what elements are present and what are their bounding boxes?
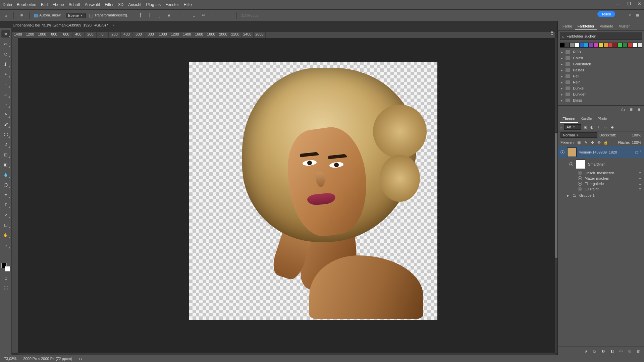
auto-select-check[interactable]: Autom. ausw.: (34, 13, 62, 17)
filter-mask-thumb[interactable] (576, 160, 585, 169)
close-window-button[interactable]: ✕ (638, 1, 641, 6)
tab-ebenen[interactable]: Ebenen (560, 115, 578, 123)
blur-tool[interactable]: 💧 (1, 171, 10, 178)
stamp-tool[interactable]: ⛶ (1, 131, 10, 138)
distribute-spacing-icon[interactable]: | (210, 12, 216, 18)
workspace-icon[interactable]: ▦ (636, 13, 639, 17)
swatch[interactable] (598, 43, 603, 48)
delete-swatch-icon[interactable]: 🗑 (637, 107, 641, 112)
brush-tool[interactable]: 🖌 (1, 121, 10, 128)
lasso-tool[interactable]: ʆ (1, 60, 10, 68)
swatch-group[interactable]: RGB (558, 49, 644, 55)
filter-blend-icon[interactable]: ≡ (639, 182, 641, 186)
filter-smart-icon[interactable]: ◆ (610, 125, 614, 129)
group-name[interactable]: Gruppe 1 (579, 193, 595, 197)
filter-matter[interactable]: Matter machen≡ (558, 176, 644, 181)
more-options-icon[interactable]: ⋯ (226, 12, 232, 18)
align-center-icon[interactable]: ⎢ (147, 12, 153, 18)
visibility-toggle[interactable] (560, 150, 565, 154)
share-button[interactable]: Teilen (597, 11, 615, 17)
menu-datei[interactable]: Datei (3, 2, 12, 7)
swatch[interactable] (608, 43, 613, 48)
menu-hilfe[interactable]: Hilfe (184, 2, 192, 7)
document-tab[interactable]: Unbenannt-1 bei 73,1% (woman-1439909_192… (0, 21, 644, 28)
scrollbar-vertical[interactable] (555, 38, 557, 353)
layer-name[interactable]: woman-1439909_1920 (579, 150, 617, 154)
swatch[interactable] (565, 43, 569, 48)
home-icon[interactable]: ⌂ (3, 12, 9, 18)
heal-tool[interactable]: ✎ (1, 111, 10, 118)
align-right-icon[interactable]: ⎣ (157, 12, 163, 18)
filter-blend-icon[interactable]: ≡ (639, 171, 641, 175)
menu-3d[interactable]: 3D (118, 2, 123, 7)
swatch-group[interactable]: Blass (558, 97, 644, 103)
filter-shape-icon[interactable]: ▭ (603, 125, 608, 129)
history-brush-tool[interactable]: ↺ (1, 141, 10, 148)
wand-tool[interactable]: ✦ (1, 70, 10, 78)
gradient-tool[interactable]: ◧ (1, 161, 10, 168)
swatch[interactable] (613, 43, 618, 48)
search-icon[interactable]: ⌕ (629, 13, 631, 17)
opacity-value[interactable]: 100% (632, 133, 641, 137)
group-icon[interactable]: ▭ (619, 349, 623, 354)
lock-artboard-icon[interactable]: ⯐ (597, 140, 601, 145)
edit-toolbar[interactable]: ⋯ (1, 251, 10, 259)
character-panel-icon[interactable]: A̲ (551, 30, 553, 35)
tab-farbfelder[interactable]: Farbfelder (575, 23, 597, 30)
path-tool[interactable]: ↗ (1, 211, 10, 219)
distribute-bottom-icon[interactable]: ⎶ (201, 12, 207, 18)
swatch[interactable] (628, 43, 632, 48)
fill-value[interactable]: 100% (632, 140, 641, 144)
menu-fenster[interactable]: Fenster (165, 2, 179, 7)
shape-tool[interactable]: ▢ (1, 221, 10, 229)
canvas[interactable] (18, 38, 555, 353)
filter-blend-icon[interactable]: ≡ (639, 187, 641, 191)
filter-galerie[interactable]: Filtergalerie≡ (558, 181, 644, 186)
filter-unscharf[interactable]: Unsch. maskieren≡ (558, 170, 644, 176)
filter-text-icon[interactable]: T (596, 125, 601, 129)
filter-pixel-icon[interactable]: ▣ (583, 125, 588, 129)
swatch[interactable] (570, 43, 574, 48)
swatch-group[interactable]: Hell (558, 73, 644, 79)
lock-pixel-icon[interactable]: ✎ (583, 140, 588, 145)
filter-oilpaint[interactable]: Oil Paint≡ (558, 186, 644, 192)
layer-thumbnail[interactable] (567, 147, 577, 157)
visibility-toggle[interactable] (569, 162, 573, 166)
swatch[interactable] (584, 43, 589, 48)
swatch-group[interactable]: CMYK (558, 55, 644, 61)
tab-pfade[interactable]: Pfade (595, 115, 610, 123)
distribute-middle-icon[interactable]: ⎵ (191, 12, 197, 18)
hand-tool[interactable]: ✋ (1, 231, 10, 239)
minimize-button[interactable]: — (616, 1, 620, 6)
swatch[interactable] (579, 43, 584, 48)
menu-plugins[interactable]: Plug-ins (146, 2, 161, 7)
align-left-icon[interactable]: ⎡ (138, 12, 144, 18)
swatch-group[interactable]: Rein (558, 79, 644, 85)
move-tool[interactable]: ✥ (1, 30, 10, 38)
close-tab-icon[interactable]: × (112, 23, 114, 27)
lock-all-icon[interactable]: 🔒 (603, 140, 608, 145)
layer-group[interactable]: ▸ 🗀 Gruppe 1 (558, 192, 644, 199)
lock-position-icon[interactable]: ✥ (590, 140, 595, 145)
delete-layer-icon[interactable]: 🗑 (636, 349, 641, 354)
fg-bg-swatch[interactable] (1, 263, 10, 272)
align-justify-icon[interactable]: ≣ (166, 12, 172, 18)
menu-bearbeiten[interactable]: Bearbeiten (17, 2, 36, 7)
menu-schrift[interactable]: Schrift (69, 2, 80, 7)
frame-tool[interactable]: ▱ (1, 90, 10, 98)
swatch-group[interactable]: Pastell (558, 67, 644, 73)
swatch[interactable] (560, 43, 565, 48)
layer-filter-kind[interactable]: Art (564, 124, 581, 130)
link-layers-icon[interactable]: ⎘ (584, 349, 588, 354)
blend-mode-dropdown[interactable]: Normal (560, 132, 597, 138)
zoom-level[interactable]: 73,08% (4, 357, 16, 361)
quickmask-icon[interactable]: ◻ (1, 274, 10, 282)
maximize-button[interactable]: ❐ (627, 1, 631, 6)
tab-kanaele[interactable]: Kanäle (578, 115, 595, 123)
swatch-group[interactable]: Dunkler (558, 91, 644, 97)
expand-group-icon[interactable]: ▸ (567, 193, 569, 198)
marquee-tool[interactable]: ◌ (1, 50, 10, 58)
new-folder-icon[interactable]: 🗀 (621, 107, 625, 112)
filter-blend-icon[interactable]: ≡ (639, 176, 641, 180)
menu-ebene[interactable]: Ebene (52, 2, 64, 7)
